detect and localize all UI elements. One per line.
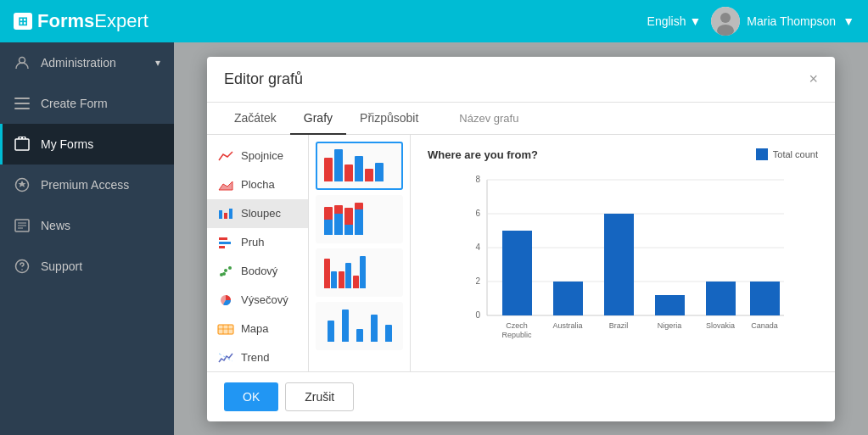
administration-icon — [14, 54, 31, 71]
sidebar-item-label: Administration — [41, 56, 116, 70]
bar-chart: 8 6 4 2 0 Czech Republic — [428, 171, 818, 358]
chart-name-label: Název grafu — [445, 103, 835, 134]
svg-rect-17 — [219, 242, 231, 244]
scatter-chart-icon — [217, 264, 234, 279]
svg-point-11 — [21, 269, 23, 270]
chart-type-label: Mapa — [241, 322, 269, 335]
chart-type-label: Plocha — [241, 178, 275, 191]
cancel-button[interactable]: Zrušit — [285, 382, 354, 411]
sidebar-item-label: My Forms — [41, 137, 93, 151]
bar-chart-icon — [217, 206, 234, 221]
map-chart-icon — [217, 321, 234, 337]
chart-type-label: Sloupec — [241, 207, 281, 220]
my-forms-icon — [14, 136, 31, 153]
chart-preview: Where are you from? Total count — [411, 135, 835, 371]
tab-prizpusobit[interactable]: Přizpůsobit — [346, 103, 432, 135]
svg-rect-13 — [219, 210, 222, 219]
user-name: Maria Thompson — [747, 14, 836, 28]
svg-rect-51 — [750, 282, 780, 315]
modal-dialog: Editor grafů × Začátek Grafy Přizpůsobit… — [207, 57, 835, 421]
language-chevron: ▼ — [689, 14, 701, 28]
svg-text:Canada: Canada — [751, 321, 778, 330]
svg-text:Nigeria: Nigeria — [658, 321, 682, 330]
close-icon[interactable]: × — [809, 71, 818, 86]
svg-text:Czech: Czech — [506, 321, 528, 330]
chart-type-bodovy[interactable]: Bodový — [207, 257, 308, 286]
tab-zacatek[interactable]: Začátek — [221, 103, 290, 135]
chart-type-vysecovy[interactable]: Výsečový — [207, 286, 308, 315]
tab-grafy[interactable]: Grafy — [290, 103, 346, 135]
svg-rect-47 — [655, 295, 685, 315]
brand-logo: ⊞ FormsExpert — [14, 10, 148, 32]
navbar-right: English ▼ Maria Thompson ▼ — [647, 7, 854, 36]
brand-forms: Forms — [37, 10, 94, 32]
chart-thumb-3[interactable] — [316, 248, 403, 297]
svg-text:Australia: Australia — [552, 321, 582, 330]
svg-rect-5 — [14, 103, 30, 104]
chart-type-label: Bodový — [241, 265, 277, 277]
news-icon — [14, 217, 31, 234]
sidebar-item-label: Create Form — [41, 97, 108, 110]
chart-type-label: Spojnice — [241, 149, 283, 162]
sidebar-item-administration[interactable]: Administration ▾ — [0, 42, 174, 83]
language-label: English — [647, 14, 686, 28]
svg-rect-15 — [229, 209, 232, 219]
sidebar-item-support[interactable]: Support — [0, 246, 174, 287]
language-selector[interactable]: English ▼ — [647, 14, 702, 28]
chart-thumb-4[interactable] — [316, 302, 403, 350]
svg-text:2: 2 — [475, 276, 480, 286]
svg-text:Brazil: Brazil — [609, 321, 629, 330]
sidebar-item-label: News — [41, 219, 70, 232]
modal-tabs: Začátek Grafy Přizpůsobit — [207, 103, 445, 134]
svg-rect-18 — [219, 246, 225, 248]
chart-legend: Total count — [756, 148, 818, 160]
svg-text:4: 4 — [475, 243, 480, 252]
user-chevron: ▼ — [843, 14, 854, 28]
svg-marker-12 — [219, 181, 232, 190]
modal-footer: OK Zrušit — [207, 371, 835, 421]
svg-rect-16 — [219, 237, 227, 240]
sidebar-arrow: ▾ — [155, 57, 160, 69]
create-form-icon — [14, 95, 31, 112]
sidebar-item-label: Premium Access — [41, 178, 129, 192]
chart-thumb-1[interactable] — [316, 142, 403, 190]
ok-button[interactable]: OK — [224, 382, 278, 411]
sidebar-item-create-form[interactable]: Create Form — [0, 83, 174, 124]
svg-rect-43 — [553, 282, 583, 315]
chart-type-sloupec[interactable]: Sloupec — [207, 199, 308, 228]
chart-question: Where are you from? — [428, 148, 538, 161]
chart-thumb-2[interactable] — [316, 195, 403, 243]
svg-rect-14 — [224, 213, 227, 219]
svg-text:0: 0 — [475, 310, 480, 320]
sidebar-item-premium-access[interactable]: Premium Access — [0, 165, 174, 205]
chart-type-list: Spojnice Plocha — [207, 135, 309, 371]
chart-type-label: Výsečový — [241, 293, 288, 306]
layout: Administration ▾ Create Form M — [0, 42, 868, 435]
modal-header: Editor grafů × — [207, 57, 835, 103]
chart-thumbnails — [309, 135, 411, 371]
chart-type-spojnice[interactable]: Spojnice — [207, 142, 308, 170]
svg-rect-40 — [502, 231, 532, 315]
svg-rect-4 — [14, 98, 30, 99]
modal-title: Editor grafů — [224, 70, 303, 88]
user-menu[interactable]: Maria Thompson ▼ — [711, 7, 854, 36]
svg-rect-7 — [15, 139, 29, 150]
chart-type-label: Pruh — [241, 236, 264, 248]
chart-type-label: Trend — [241, 351, 269, 364]
svg-rect-45 — [604, 214, 634, 315]
avatar — [711, 7, 740, 36]
svg-point-1 — [720, 13, 731, 23]
chart-type-plocha[interactable]: Plocha — [207, 170, 308, 199]
support-icon — [14, 258, 31, 275]
brand-expert: Expert — [94, 10, 148, 32]
sidebar-item-my-forms[interactable]: My Forms — [0, 124, 174, 165]
chart-type-mapa[interactable]: Mapa — [207, 315, 308, 343]
legend-color-box — [756, 148, 768, 160]
chart-type-pruh[interactable]: Pruh — [207, 228, 308, 257]
sidebar-item-news[interactable]: News — [0, 205, 174, 246]
modal-overlay: Editor grafů × Začátek Grafy Přizpůsobit… — [174, 42, 868, 435]
chart-type-trend[interactable]: Trend — [207, 343, 308, 371]
brand-icon: ⊞ — [14, 13, 32, 30]
horizontal-bar-icon — [217, 235, 234, 250]
svg-rect-49 — [706, 282, 736, 315]
